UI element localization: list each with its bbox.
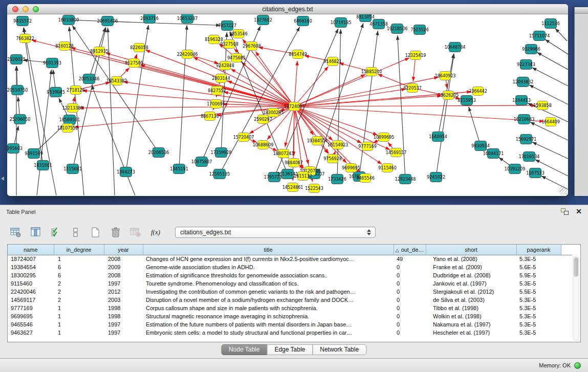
cell-title[interactable]: Structural magnetic resonance image aver…	[143, 312, 394, 320]
panel-collapse-arrow-icon[interactable]	[1, 177, 4, 181]
cell-title[interactable]: Tourette syndrome. Phenomenology and cla…	[143, 279, 394, 288]
cell-out_de[interactable]: 0	[394, 304, 426, 312]
cell-out_de[interactable]: 0	[394, 329, 426, 337]
citation-edge-red[interactable]	[294, 106, 362, 143]
citation-edge-black[interactable]	[359, 31, 378, 177]
cell-in_degree[interactable]: 1	[54, 255, 104, 263]
cell-pagerank[interactable]: 5.9E-5	[516, 271, 561, 279]
citation-edge-red[interactable]	[79, 106, 294, 108]
cell-in_degree[interactable]: 1	[54, 320, 104, 329]
cell-name[interactable]: 19384554	[8, 263, 54, 271]
cell-short[interactable]: Franke et al. (2009)	[426, 263, 516, 271]
network-canvas[interactable]: 9435572160338092069140626937161065328778…	[7, 14, 568, 195]
table-options-button[interactable]	[9, 226, 23, 238]
citation-edge-black[interactable]	[179, 25, 187, 169]
citation-edge-black[interactable]	[537, 52, 568, 70]
cell-name[interactable]: 9115460	[8, 279, 54, 288]
cell-name[interactable]: 9463627	[8, 329, 54, 337]
cell-in_degree[interactable]: 2	[54, 288, 104, 296]
cell-short[interactable]: Tibbo et al. (1998)	[426, 304, 516, 312]
citation-edge-black[interactable]	[92, 85, 135, 195]
cell-title[interactable]: Estimation of significance thresholds fo…	[143, 271, 394, 279]
function-builder-button[interactable]: f(x)	[149, 226, 162, 238]
citation-edge-red[interactable]	[231, 69, 294, 106]
table-row[interactable]: 969969511998Structural magnetic resonanc…	[8, 312, 572, 320]
cell-in_degree[interactable]: 1	[54, 312, 104, 320]
citation-edge-black[interactable]	[398, 35, 405, 179]
cell-pagerank[interactable]: 5.3E-5	[516, 320, 561, 329]
column-header-year[interactable]: year	[104, 245, 143, 255]
cell-year[interactable]: 1998	[104, 304, 143, 312]
cell-out_de[interactable]: 0	[394, 271, 426, 279]
citation-edge-black[interactable]	[529, 85, 568, 104]
cell-name[interactable]: 18300295	[8, 271, 54, 279]
scrollbar-thumb[interactable]	[574, 257, 578, 277]
background-window[interactable]	[574, 7, 588, 196]
cell-year[interactable]: 1997	[104, 320, 143, 329]
column-header-in_degree[interactable]: in_degree	[54, 245, 104, 255]
column-header-pagerank[interactable]: pagerank	[516, 245, 561, 255]
citation-edge-black[interactable]	[108, 28, 115, 195]
cell-out_de[interactable]: 0	[394, 279, 426, 288]
cell-short[interactable]: Hescheler et al. (1997)	[426, 329, 516, 337]
table-row[interactable]: 977716911998Corpus callosum shape and si…	[8, 304, 572, 312]
delete-column-button[interactable]	[109, 226, 122, 238]
close-panel-icon[interactable]: ✕	[576, 208, 582, 215]
cell-year[interactable]: 2008	[104, 271, 143, 279]
cell-name[interactable]: 22420046	[8, 288, 54, 296]
table-row[interactable]: 2242004622012Investigating the contribut…	[8, 288, 572, 296]
cell-name[interactable]: 18724007	[8, 255, 54, 263]
table-row[interactable]: 946554611997Estimation of the future num…	[8, 320, 572, 329]
cell-title[interactable]: Estimation of the future numbers of pati…	[143, 320, 394, 329]
column-header-name[interactable]: name	[8, 245, 54, 255]
network-window-titlebar[interactable]: citations_edges.txt	[7, 4, 568, 14]
cell-short[interactable]: Yano et al. (2008)	[426, 255, 516, 263]
show-columns-button[interactable]	[29, 226, 42, 238]
table-row[interactable]: 946362711997Embryonic stem cells: a mode…	[8, 329, 572, 337]
cell-pagerank[interactable]: 5.6E-5	[516, 263, 561, 271]
cell-short[interactable]: Dudbridge et al. (2008)	[426, 271, 516, 279]
cell-name[interactable]: 9465546	[8, 320, 54, 329]
citation-edge-black[interactable]	[37, 70, 52, 195]
cell-out_de[interactable]: 0	[394, 312, 426, 320]
cell-pagerank[interactable]: 5.3E-5	[516, 329, 561, 337]
column-header-short[interactable]: short	[426, 245, 516, 255]
cell-pagerank[interactable]: 5.3E-5	[516, 279, 561, 288]
citation-edge-black[interactable]	[555, 28, 567, 41]
cell-in_degree[interactable]: 2	[54, 279, 104, 288]
cell-out_de[interactable]: 0	[394, 296, 426, 304]
cell-title[interactable]: Investigating the contribution of common…	[143, 288, 394, 296]
cell-year[interactable]: 1997	[104, 329, 143, 337]
cell-pagerank[interactable]: 5.5E-5	[516, 288, 561, 296]
table-select[interactable]: citations_edges.txt	[175, 227, 376, 238]
table-row[interactable]: 1872400712008Changes of HCN gene express…	[8, 255, 572, 263]
cell-title[interactable]: Embryonic stem cells: a model to study s…	[143, 329, 394, 337]
tab-node-table[interactable]: Node Table	[221, 344, 268, 355]
table-row[interactable]: 1938455462009Genome-wide association stu…	[8, 263, 572, 271]
cell-short[interactable]: Jankovic et al. (1997)	[426, 279, 516, 288]
citation-edge-red[interactable]	[294, 61, 297, 106]
cell-year[interactable]: 2012	[104, 288, 143, 296]
network-graph[interactable]: 9435572160338092069140626937161065328778…	[7, 14, 568, 195]
cell-name[interactable]: 9699695	[8, 312, 54, 320]
cell-title[interactable]: Corpus callosum shape and size in male p…	[143, 304, 394, 312]
table-row[interactable]: 1456911722003Disruption of a novel membe…	[8, 296, 572, 304]
column-header-title[interactable]: title	[143, 245, 394, 255]
cell-year[interactable]: 1997	[104, 279, 143, 288]
cell-pagerank[interactable]: 5.3E-5	[516, 304, 561, 312]
table-row[interactable]: 1830029562008Estimation of significance …	[8, 271, 572, 279]
float-panel-icon[interactable]	[561, 208, 569, 215]
tab-edge-table[interactable]: Edge Table	[267, 344, 313, 355]
citation-edge-black[interactable]	[545, 39, 568, 54]
cell-in_degree[interactable]: 6	[54, 271, 104, 279]
cell-in_degree[interactable]: 1	[54, 304, 104, 312]
cell-short[interactable]: de Silva et al. (2003)	[426, 296, 516, 304]
delete-table-button[interactable]	[129, 226, 142, 238]
citation-edge-red[interactable]	[294, 105, 536, 106]
cell-in_degree[interactable]: 2	[54, 296, 104, 304]
select-columns-button[interactable]	[49, 226, 62, 238]
cell-out_de[interactable]: 0	[394, 288, 426, 296]
cell-short[interactable]: Stergiakouli et al. (2012)	[426, 288, 516, 296]
table-vertical-scrollbar[interactable]	[573, 256, 579, 341]
column-header-out_de[interactable]: △out_de…	[394, 245, 426, 255]
